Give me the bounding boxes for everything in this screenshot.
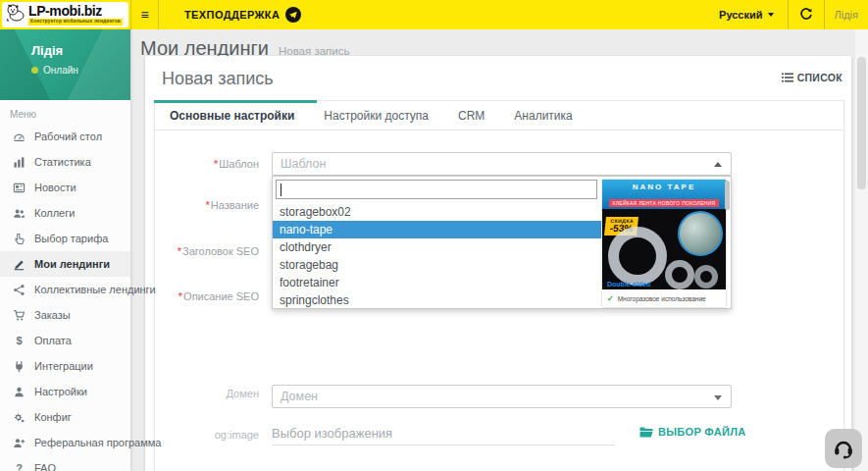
option-storagebox02[interactable]: storagebox02 xyxy=(273,203,601,221)
option-clothdryer[interactable]: clothdryer xyxy=(273,238,601,256)
logo-subtitle: Конструктор мобильных лендингов xyxy=(28,19,123,26)
check-icon: ✓ xyxy=(607,294,614,303)
language-label: Русский xyxy=(719,9,762,21)
sidebar-item-integrations[interactable]: Интеграции xyxy=(0,353,130,379)
folder-icon xyxy=(639,426,653,438)
topbar: LP-mobi.biz Конструктор мобильных лендин… xyxy=(0,0,868,29)
hamburger-menu-icon[interactable]: ≡ xyxy=(130,0,159,29)
support-chat-widget[interactable] xyxy=(825,429,862,468)
preview-caption: Double-sided xyxy=(607,281,650,288)
sidebar-item-tariff[interactable]: Выбор тарифа xyxy=(0,226,130,251)
sidebar-item-desktop[interactable]: Рабочий стол xyxy=(0,124,130,149)
name-label: *Название xyxy=(155,199,259,211)
text-cursor xyxy=(281,183,281,196)
preview-title: NANO TAPE xyxy=(602,180,726,191)
dashboard-icon xyxy=(12,131,26,143)
template-select[interactable]: Шаблон xyxy=(272,152,732,176)
panel-title: Новая запись xyxy=(162,69,274,89)
news-icon xyxy=(12,182,26,194)
plug-icon xyxy=(12,360,26,373)
og-image-label: og:image xyxy=(155,429,259,441)
refresh-button[interactable] xyxy=(789,0,824,29)
form-card: Основные настройки Настройки доступа CRM… xyxy=(154,100,844,471)
pencil-icon xyxy=(12,258,26,271)
dropdown-options: storagebox02 nano-tape clothdryer storag… xyxy=(273,203,601,309)
sidebar-item-faq[interactable]: ? FAQ xyxy=(0,455,130,471)
topbar-username[interactable]: Лідія xyxy=(825,0,868,29)
sidebar-item-statistics[interactable]: Статистика xyxy=(0,149,130,175)
sidebar: Лідія Онлайн Меню Рабочий стол Статистик… xyxy=(0,29,130,471)
list-button[interactable]: СПИСОК xyxy=(782,72,842,83)
app-logo[interactable]: LP-mobi.biz Конструктор мобильных лендин… xyxy=(2,2,128,27)
refresh-icon xyxy=(799,8,813,22)
option-footretainer[interactable]: footretainer xyxy=(273,274,601,291)
dog-logo-icon xyxy=(5,3,26,26)
sidebar-item-my-landings[interactable]: Мои лендинги xyxy=(0,251,130,277)
sidebar-item-settings[interactable]: Настройки xyxy=(0,379,130,404)
preview-inset-photo xyxy=(678,211,723,256)
tape-roll-small-1 xyxy=(665,260,694,289)
question-icon: ? xyxy=(12,462,26,471)
stats-icon xyxy=(12,156,26,169)
chevron-down-icon xyxy=(714,395,722,400)
support-button[interactable]: ТЕХПОДДЕРЖКА xyxy=(175,0,311,29)
online-status-label: Онлайн xyxy=(43,65,78,76)
profile-name: Лідія xyxy=(31,43,130,58)
domain-select-placeholder: Домен xyxy=(281,390,318,403)
choose-file-button[interactable]: ВЫБОР ФАЙЛА xyxy=(639,426,746,438)
preview-header: NANO TAPE КЛЕЙКАЯ ЛЕНТА НОВОГО ПОКОЛЕНИЯ xyxy=(602,180,726,209)
user-icon xyxy=(12,386,26,398)
tape-roll-small-2 xyxy=(694,265,718,288)
tab-access-settings[interactable]: Настройки доступа xyxy=(309,101,443,131)
template-select-placeholder: Шаблон xyxy=(281,157,326,171)
option-storagebag[interactable]: storagebag xyxy=(273,256,601,274)
domain-label: Домен xyxy=(155,388,259,399)
og-image-input[interactable] xyxy=(272,422,615,445)
sidebar-item-referral[interactable]: Реферальная программа xyxy=(0,430,130,455)
language-selector[interactable]: Русский xyxy=(705,0,787,29)
dropdown-search-input[interactable] xyxy=(276,180,597,199)
chevron-up-icon xyxy=(714,162,722,167)
sidebar-item-collective-landings[interactable]: Коллективные лендинги xyxy=(0,277,130,302)
content-panel: Новая запись СПИСОК Основные настройки Н… xyxy=(145,56,851,471)
sidebar-item-config[interactable]: Конфиг xyxy=(0,404,130,430)
main-content: Мои лендинги Новая запись Новая запись С… xyxy=(130,29,868,471)
tab-analytics[interactable]: Аналитика xyxy=(499,101,587,131)
preview-footer: ✓ Многоразовое использование xyxy=(602,289,726,307)
sidebar-item-news[interactable]: Новости xyxy=(0,175,130,200)
tab-crm[interactable]: CRM xyxy=(443,101,499,131)
share-icon xyxy=(12,284,26,296)
gears-icon xyxy=(12,411,26,424)
sidebar-item-payment[interactable]: $ Оплата xyxy=(0,328,130,353)
tape-roll-large xyxy=(608,227,667,286)
support-label: ТЕХПОДДЕРЖКА xyxy=(184,9,280,21)
option-springclothes[interactable]: springclothes xyxy=(273,291,601,309)
profile-card[interactable]: Лідія Онлайн xyxy=(0,29,130,100)
template-label: *Шаблон xyxy=(155,158,259,170)
online-status-dot xyxy=(31,67,38,74)
tab-main-settings[interactable]: Основные настройки xyxy=(155,101,309,131)
option-nano-tape[interactable]: nano-tape xyxy=(273,221,601,238)
template-dropdown: storagebox02 nano-tape clothdryer storag… xyxy=(272,176,732,309)
menu-section-label: Меню xyxy=(10,109,130,120)
dollar-icon: $ xyxy=(12,335,26,346)
pointer-icon xyxy=(12,233,26,245)
telegram-icon xyxy=(285,7,301,23)
domain-select[interactable]: Домен xyxy=(272,385,732,408)
dropdown-scrollbar[interactable] xyxy=(725,181,730,210)
logo-title: LP-mobi.biz xyxy=(28,4,123,18)
active-tab-indicator xyxy=(154,100,317,103)
preview-subtitle: КЛЕЙКАЯ ЛЕНТА НОВОГО ПОКОЛЕНИЯ xyxy=(609,199,718,207)
colleagues-icon xyxy=(12,207,26,220)
preview-body: СКИДКА -53% Double-sided xyxy=(602,209,726,289)
cart-icon xyxy=(12,309,26,322)
scrollbar-thumb[interactable] xyxy=(857,57,866,189)
seo-title-label: *Заголовок SEO xyxy=(155,245,259,257)
sidebar-item-orders[interactable]: Заказы xyxy=(0,302,130,328)
user-plus-icon xyxy=(12,437,26,449)
tab-bar: Основные настройки Настройки доступа CRM… xyxy=(155,101,843,131)
chevron-down-icon xyxy=(768,13,774,17)
sidebar-item-colleagues[interactable]: Коллеги xyxy=(0,200,130,226)
preview-feature: Многоразовое использование xyxy=(618,295,706,302)
page-scrollbar[interactable] xyxy=(855,29,868,471)
